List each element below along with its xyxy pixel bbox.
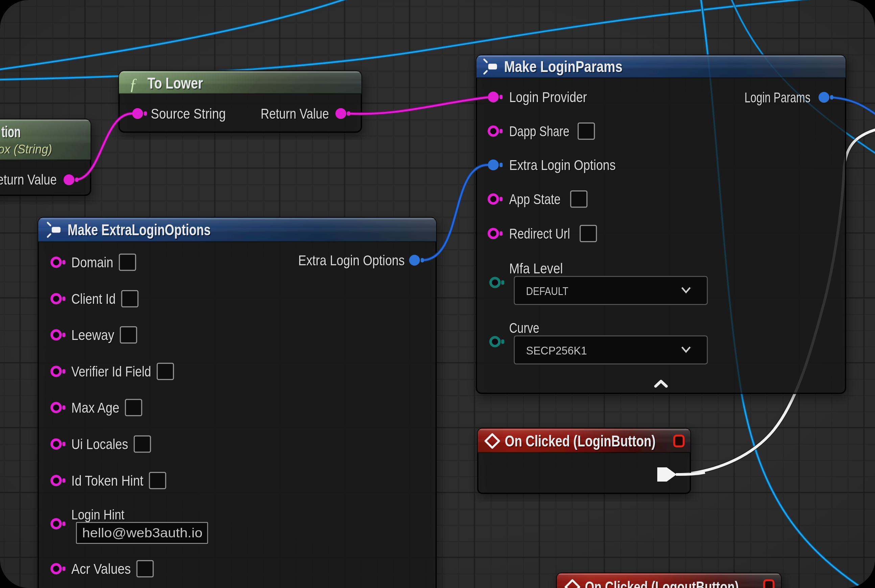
svg-text:Curve: Curve — [509, 320, 539, 336]
svg-text:Id Token Hint: Id Token Hint — [71, 473, 143, 489]
svg-text:Login Provider: Login Provider — [509, 89, 587, 105]
svg-text:ox (String): ox (String) — [0, 142, 52, 156]
svg-text:SECP256K1: SECP256K1 — [526, 344, 587, 357]
svg-text:Client Id: Client Id — [71, 291, 116, 307]
svg-text:Make LoginParams: Make LoginParams — [504, 58, 622, 75]
svg-text:Mfa Level: Mfa Level — [509, 261, 563, 276]
svg-text:Return Value: Return Value — [261, 106, 329, 122]
svg-text:hello@web3auth.io: hello@web3auth.io — [82, 526, 203, 540]
svg-text:On Clicked (LogoutButton): On Clicked (LogoutButton) — [585, 578, 739, 588]
svg-text:Dapp Share: Dapp Share — [509, 123, 569, 139]
svg-text:Extra Login Options: Extra Login Options — [298, 252, 405, 268]
svg-text:ƒ: ƒ — [129, 75, 137, 93]
svg-text:Max Age: Max Age — [71, 400, 119, 416]
svg-text:Login Hint: Login Hint — [71, 507, 125, 522]
svg-text:Source String: Source String — [151, 106, 226, 122]
svg-text:Verifier Id Field: Verifier Id Field — [71, 364, 151, 380]
svg-text:To Lower: To Lower — [147, 74, 203, 92]
svg-text:Acr Values: Acr Values — [71, 561, 131, 577]
svg-text:DEFAULT: DEFAULT — [526, 285, 568, 297]
svg-text:Ui Locales: Ui Locales — [71, 436, 128, 452]
svg-text:Return Value: Return Value — [0, 172, 57, 188]
svg-text:App State: App State — [509, 191, 561, 207]
svg-text:On Clicked (LoginButton): On Clicked (LoginButton) — [505, 432, 655, 450]
svg-text:tion: tion — [2, 123, 21, 141]
svg-text:Redirect Url: Redirect Url — [509, 226, 570, 242]
svg-text:Make ExtraLoginOptions: Make ExtraLoginOptions — [68, 221, 210, 238]
svg-text:Domain: Domain — [71, 255, 113, 270]
svg-text:Leeway: Leeway — [71, 327, 114, 343]
svg-text:Login Params: Login Params — [744, 90, 810, 105]
svg-text:Extra Login Options: Extra Login Options — [509, 157, 616, 173]
